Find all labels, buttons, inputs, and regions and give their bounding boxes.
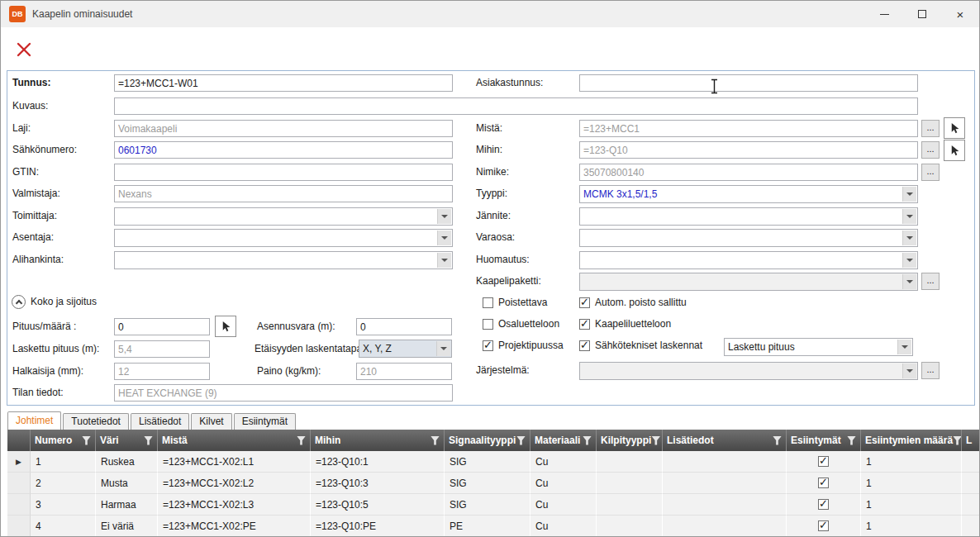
row-selector[interactable] (7, 494, 31, 516)
asennusvara-input[interactable] (356, 318, 452, 335)
table-row[interactable]: 2 Musta =123+MCC1-X02:L2 =123-Q10:3 SIG … (7, 473, 980, 494)
filter-icon[interactable] (431, 436, 440, 445)
sahkonumero-input[interactable] (114, 141, 453, 159)
grid-corner-header[interactable] (7, 430, 31, 451)
cell-lisatiedot[interactable] (663, 473, 787, 494)
tunnus-input[interactable] (114, 74, 453, 92)
cell-maara[interactable]: 1 (861, 494, 962, 516)
cell-signaalityyppi[interactable]: SIG (445, 473, 530, 494)
filter-icon[interactable] (847, 436, 856, 445)
grid-header-partial[interactable]: L (962, 430, 980, 451)
delete-button[interactable] (13, 39, 35, 60)
cell-signaalityyppi[interactable]: PE (445, 516, 530, 537)
kaapelipaketti-browse-button[interactable]: ... (921, 273, 940, 290)
filter-icon[interactable] (583, 436, 592, 445)
cell-vari[interactable]: Musta (96, 473, 158, 494)
paino-input[interactable] (356, 363, 452, 380)
cell-esiintymat[interactable] (787, 451, 861, 473)
cell-mihin[interactable]: =123-Q10:1 (311, 451, 445, 473)
maximize-button[interactable] (903, 1, 941, 27)
cell-signaalityyppi[interactable]: SIG (445, 494, 530, 516)
grid-header-mihin[interactable]: Mihin (311, 430, 445, 451)
asentaja-dropdown[interactable] (114, 229, 453, 247)
autom-poisto-checkbox[interactable] (579, 297, 590, 308)
filter-icon[interactable] (953, 436, 962, 445)
filter-icon[interactable] (651, 436, 660, 445)
cell-mista[interactable]: =123+MCC1-X02:L3 (158, 494, 311, 516)
jarjestelma-dropdown[interactable] (579, 362, 918, 380)
nimike-input[interactable] (579, 164, 918, 181)
mihin-input[interactable] (579, 141, 918, 159)
toimittaja-dropdown[interactable] (114, 207, 453, 226)
chevron-down-icon[interactable] (902, 230, 916, 245)
filter-icon[interactable] (144, 436, 153, 445)
grid-header-kilpityyppi[interactable]: Kilpityyppi (597, 430, 663, 451)
cell-mista[interactable]: =123+MCC1-X02:L1 (158, 451, 311, 473)
cell-mihin[interactable]: =123-Q10:PE (311, 516, 445, 537)
cell-kilpityyppi[interactable] (597, 516, 663, 537)
alihankinta-dropdown[interactable] (114, 251, 453, 269)
chevron-down-icon[interactable] (902, 187, 916, 202)
chevron-down-icon[interactable] (902, 209, 916, 224)
esiintymat-checkbox[interactable] (818, 456, 829, 467)
cell-partial[interactable] (962, 494, 980, 516)
row-selector[interactable]: ▶ (7, 451, 31, 473)
cell-maara[interactable]: 1 (861, 516, 962, 537)
chevron-down-icon[interactable] (436, 341, 450, 356)
mihin-pick-button[interactable] (944, 140, 965, 161)
cell-kilpityyppi[interactable] (597, 473, 663, 494)
mihin-browse-button[interactable]: ... (921, 141, 940, 159)
grid-header-esiintymien-maara[interactable]: Esiintymien määrä (861, 430, 962, 451)
grid-header-materiaali[interactable]: Materiaali (530, 430, 597, 451)
mista-input[interactable] (579, 120, 918, 137)
mista-browse-button[interactable]: ... (921, 120, 940, 137)
grid-header-numero[interactable]: Numero (31, 430, 96, 451)
nimike-browse-button[interactable]: ... (921, 164, 940, 181)
grid-header-lisatiedot[interactable]: Lisätiedot (663, 430, 787, 451)
laskettu-pituus-input[interactable] (114, 340, 210, 358)
laskenta-dropdown[interactable]: Laskettu pituus (724, 338, 913, 356)
huomautus-dropdown[interactable] (579, 251, 918, 269)
cell-lisatiedot[interactable] (663, 516, 787, 537)
pituus-pick-button[interactable] (215, 316, 236, 337)
cell-lisatiedot[interactable] (663, 494, 787, 516)
laji-input[interactable] (114, 120, 453, 137)
etaisyys-dropdown[interactable]: X, Y, Z (359, 340, 452, 358)
tab-esiintymat[interactable]: Esiintymät (234, 413, 296, 430)
varaosa-dropdown[interactable] (579, 229, 918, 247)
cell-partial[interactable] (962, 451, 980, 473)
cell-partial[interactable] (962, 516, 980, 537)
row-selector[interactable] (7, 473, 31, 494)
grid-header-mista[interactable]: Mistä (158, 430, 311, 451)
halkaisija-input[interactable] (114, 363, 210, 380)
cell-numero[interactable]: 3 (31, 494, 96, 516)
cell-materiaali[interactable]: Cu (530, 473, 597, 494)
row-selector[interactable] (7, 516, 31, 537)
tab-tuotetiedot[interactable]: Tuotetiedot (63, 413, 129, 430)
grid-header-vari[interactable]: Väri (96, 430, 158, 451)
minimize-button[interactable] (865, 1, 903, 27)
kaapeliluetteloon-checkbox[interactable] (579, 319, 590, 330)
jannite-dropdown[interactable] (579, 207, 918, 226)
cell-numero[interactable]: 2 (31, 473, 96, 494)
tilan-tiedot-input[interactable] (114, 384, 453, 402)
chevron-down-icon[interactable] (437, 209, 451, 224)
cell-vari[interactable]: Harmaa (96, 494, 158, 516)
cell-mihin[interactable]: =123-Q10:5 (311, 494, 445, 516)
table-row[interactable]: 4 Ei väriä =123+MCC1-X02:PE =123-Q10:PE … (7, 516, 980, 537)
cell-partial[interactable] (962, 473, 980, 494)
section-collapse-button[interactable] (12, 295, 26, 309)
cell-esiintymat[interactable] (787, 494, 861, 516)
gtin-input[interactable] (114, 164, 453, 181)
grid-header-esiintymat[interactable]: Esiintymät (787, 430, 861, 451)
esiintymat-checkbox[interactable] (818, 499, 829, 510)
jarjestelma-browse-button[interactable]: ... (921, 362, 940, 379)
filter-icon[interactable] (516, 436, 526, 445)
chevron-down-icon[interactable] (902, 253, 916, 268)
tab-lisatiedot[interactable]: Lisätiedot (131, 413, 189, 430)
asiakastunnus-input[interactable] (579, 74, 918, 92)
cell-materiaali[interactable]: Cu (530, 451, 597, 473)
cell-lisatiedot[interactable] (663, 451, 787, 473)
grid-header-signaalityyppi[interactable]: Signaalityyppi (445, 430, 530, 451)
poistettava-checkbox[interactable] (483, 297, 493, 308)
